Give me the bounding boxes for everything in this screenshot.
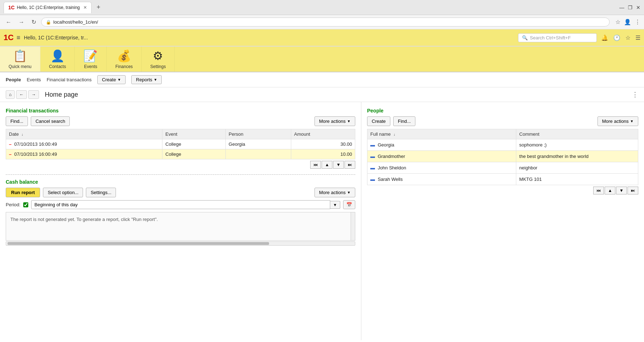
nav-item-events[interactable]: 📝 Events [75,47,107,72]
back-nav-button[interactable]: ← [16,90,27,99]
create-label: Create [102,77,116,82]
history-icon[interactable]: 🕐 [613,34,620,41]
forward-nav-button[interactable]: → [28,90,39,99]
cash-balance-section: Cash balance Run report Select option...… [6,174,355,246]
calendar-button[interactable]: 📅 [343,200,355,209]
forward-button[interactable]: → [16,18,26,26]
people-nav-down-btn[interactable]: ▼ [616,187,627,194]
person-fullname-3: ▬ John Sheldon [367,162,516,174]
table-nav-up-btn[interactable]: ▲ [322,161,332,169]
period-checkbox[interactable] [23,202,28,207]
refresh-button[interactable]: ↻ [29,18,38,26]
col-person-label: Person [229,131,243,137]
col-event-label: Event [165,131,177,137]
cancel-search-button[interactable]: Cancel search [31,116,70,126]
reports-label: Reports [136,77,152,82]
people-table: Full name ↓ Comment ▬ Georgia [367,129,638,185]
list-item[interactable]: ▬ Grandmother the best grandmother in th… [367,151,638,162]
financial-transactions-section: Financial transactions Find... Cancel se… [6,108,355,169]
cash-settings-button[interactable]: Settings... [86,188,116,197]
page-more-icon[interactable]: ⋮ [632,91,638,98]
tab-close-icon[interactable]: ✕ [83,5,87,10]
reports-dropdown-button[interactable]: Reports ▼ [131,75,162,84]
person-name-value-1: Georgia [378,142,394,148]
app-search-field[interactable]: 🔍 Search Ctrl+Shift+F [518,33,597,42]
create-person-button[interactable]: Create [367,116,390,126]
tab-events[interactable]: Events [27,76,41,83]
more-actions-transactions-button[interactable]: More actions ▼ [314,116,355,126]
person-comment-2: the best grandmother in the world [516,151,638,162]
new-tab-button[interactable]: + [94,3,103,12]
select-option-button[interactable]: Select option... [43,188,83,197]
more-actions-cash-button[interactable]: More actions ▼ [314,188,355,197]
close-button[interactable]: ✕ [636,5,640,10]
h-scroll-thumb [8,242,269,245]
financial-transactions-toolbar: Find... Cancel search More actions ▼ [6,116,355,126]
contacts-label: Contacts [49,64,66,69]
nav-menu: 📋 Quick menu 👤 Contacts 📝 Events 💰 Finan… [0,47,644,72]
tab-title: Hello, 1C (1C:Enterprise, training [17,5,80,10]
more-actions-people-button[interactable]: More actions ▼ [597,116,638,126]
col-comment-label: Comment [519,131,539,137]
col-person: Person [226,129,291,139]
back-button[interactable]: ← [4,18,14,26]
nav-item-settings[interactable]: ⚙ Settings [142,47,175,72]
table-row[interactable]: – 07/10/2013 16:00:49 College Georgia 30… [6,139,355,149]
bookmark-icon[interactable]: ☆ [615,19,620,25]
create-dropdown-button[interactable]: Create ▼ [97,75,126,84]
table-nav-last-btn[interactable]: ⏭ [345,161,355,169]
table-nav-first-btn[interactable]: ⏮ [310,161,321,169]
person-comment-3: neighbor [516,162,638,174]
period-label: Period: [6,202,20,207]
col-date[interactable]: Date ↓ [6,129,162,139]
app-menu-icon[interactable]: ☰ [635,34,640,41]
period-select[interactable]: Beginning of this day [31,200,330,209]
browser-chrome: 1С Hello, 1C (1C:Enterprise, training ✕ … [0,0,644,15]
nav-item-finances[interactable]: 💰 Finances [107,47,142,72]
hamburger-icon[interactable]: ≡ [16,34,20,42]
profile-icon[interactable]: 👤 [624,19,631,25]
people-nav-up-btn[interactable]: ▲ [605,187,615,194]
list-item[interactable]: ▬ Sarah Wells MKTG 101 [367,174,638,185]
col-fullname[interactable]: Full name ↓ [367,129,516,139]
app-toolbar: 1С ≡ Hello, 1C (1C:Enterprise, tr... 🔍 S… [0,29,644,47]
list-item[interactable]: ▬ Georgia sophomore ;) [367,139,638,151]
browser-menu-icon[interactable]: ⋮ [635,19,640,25]
horizontal-scrollbar[interactable] [6,241,355,246]
report-vscroll[interactable] [351,212,355,240]
tab-people[interactable]: People [6,76,21,83]
minimize-button[interactable]: — [619,5,624,10]
person-indicator-4: ▬ [370,177,375,182]
find-transactions-button[interactable]: Find... [6,116,28,126]
people-nav-last-btn[interactable]: ⏭ [628,187,638,194]
period-select-arrow-btn[interactable]: ▼ [330,201,340,209]
favorites-icon[interactable]: ☆ [625,34,630,41]
search-placeholder: Search Ctrl+Shift+F [530,35,571,40]
app-title: Hello, 1C (1C:Enterprise, tr... [24,35,518,40]
run-report-button[interactable]: Run report [6,188,40,197]
tab-favicon: 1С [8,5,15,10]
tab-financial-transactions[interactable]: Financial transactions [47,76,92,83]
cash-balance-title: Cash balance [6,179,355,185]
notification-bell-icon[interactable]: 🔔 [601,34,608,41]
main-content: Financial transactions Find... Cancel se… [0,102,644,340]
home-button[interactable]: ⌂ [6,90,15,99]
find-person-button[interactable]: Find... [393,116,415,126]
browser-tab[interactable]: 1С Hello, 1C (1C:Enterprise, training ✕ [4,2,92,13]
table-nav-down-btn[interactable]: ▼ [333,161,344,169]
table-row[interactable]: – 07/10/2013 16:00:49 College 10.00 [6,149,355,159]
transaction-date-value-2: 07/10/2013 16:00:49 [14,151,57,157]
transaction-amount-2: 10.00 [291,149,355,159]
period-row: Period: Beginning of this day ▼ 📅 [6,200,355,209]
settings-icon: ⚙ [153,49,163,63]
maximize-button[interactable]: ❐ [628,5,633,10]
period-select-wrapper[interactable]: Beginning of this day ▼ [31,200,340,209]
person-comment-4: MKTG 101 [516,174,638,185]
list-item[interactable]: ▬ John Sheldon neighbor [367,162,638,174]
transaction-person-2 [226,149,291,159]
people-nav-first-btn[interactable]: ⏮ [593,187,604,194]
nav-item-contacts[interactable]: 👤 Contacts [40,47,75,72]
col-event: Event [162,129,226,139]
nav-item-quick-menu[interactable]: 📋 Quick menu [0,47,40,72]
address-field[interactable]: 🔒 localhost/hello_1c/en/ [41,18,610,27]
